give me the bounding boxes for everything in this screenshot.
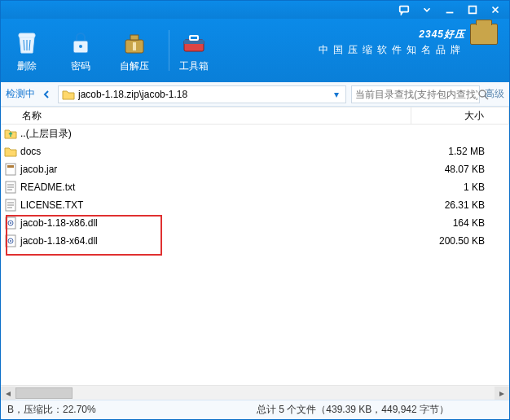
brand-box-icon xyxy=(470,24,498,45)
password-label: 密码 xyxy=(71,59,90,73)
column-header: 名称 大小 xyxy=(1,107,509,125)
svg-rect-13 xyxy=(7,165,14,168)
path-text: jacob-1.18.zip\jacob-1.18 xyxy=(78,89,328,100)
dll-icon xyxy=(4,217,17,230)
nav-back-button[interactable] xyxy=(40,88,53,101)
svg-rect-2 xyxy=(19,33,35,37)
path-dropdown-icon[interactable]: ▾ xyxy=(331,89,342,100)
svg-point-4 xyxy=(79,45,82,48)
brand-slogan: 中国压缩软件知名品牌 xyxy=(319,43,465,57)
file-size: 164 KB xyxy=(411,217,509,229)
file-row[interactable]: jacob.jar48.07 KB xyxy=(1,160,509,178)
svg-point-18 xyxy=(10,222,11,224)
folder-icon xyxy=(62,89,75,100)
toolbox-label: 工具箱 xyxy=(179,59,209,73)
col-size[interactable]: 大小 xyxy=(411,107,509,124)
file-size: 1.52 MB xyxy=(411,146,509,157)
file-size: 48.07 KB xyxy=(411,164,509,175)
brand-area: 2345好压 中国压缩软件知名品牌 xyxy=(319,24,498,57)
jar-icon xyxy=(4,163,17,176)
status-mid: 总计 5 个文件（439.39 KB，449,942 字节） xyxy=(203,403,503,417)
brand-name: 2345好压 xyxy=(419,28,465,42)
file-name: jacob-1.18-x64.dll xyxy=(20,235,411,247)
svg-rect-10 xyxy=(190,36,198,40)
file-name: README.txt xyxy=(20,182,411,193)
maximize-button[interactable] xyxy=(462,2,483,17)
file-name: jacob-1.18-x86.dll xyxy=(20,217,411,229)
close-button[interactable] xyxy=(485,2,506,17)
file-row[interactable]: jacob-1.18-x64.dll200.50 KB xyxy=(1,232,509,250)
file-list: ..(上层目录)docs1.52 MBjacob.jar48.07 KBREAD… xyxy=(1,125,509,385)
svg-rect-0 xyxy=(400,7,409,12)
pathbar: 检测中 jacob-1.18.zip\jacob-1.18 ▾ 高级 xyxy=(1,82,509,107)
scroll-left-button[interactable]: ◂ xyxy=(1,387,15,400)
file-row[interactable]: ..(上层目录) xyxy=(1,125,509,142)
scroll-right-button[interactable]: ▸ xyxy=(495,387,509,400)
selfextract-label: 自解压 xyxy=(120,59,149,73)
dropdown-button[interactable] xyxy=(416,2,437,17)
file-row[interactable]: jacob-1.18-x86.dll164 KB xyxy=(1,214,509,232)
search-input[interactable] xyxy=(355,89,477,100)
file-row[interactable]: LICENSE.TXT26.31 KB xyxy=(1,196,509,214)
file-name: docs xyxy=(20,146,411,157)
statusbar: B，压缩比：22.70% 总计 5 个文件（439.39 KB，449,942 … xyxy=(1,400,509,419)
search-box[interactable] xyxy=(351,85,480,103)
scroll-thumb[interactable] xyxy=(15,387,73,399)
txt-icon xyxy=(4,181,17,194)
file-size: 26.31 KB xyxy=(411,199,509,211)
feedback-button[interactable] xyxy=(393,2,415,17)
lock-icon xyxy=(67,28,95,56)
titlebar xyxy=(1,1,509,19)
scroll-track[interactable] xyxy=(15,387,495,400)
file-row[interactable]: README.txt1 KB xyxy=(1,178,509,196)
trash-icon xyxy=(13,28,41,56)
selfextract-icon xyxy=(121,28,148,56)
svg-rect-7 xyxy=(133,42,136,50)
up-icon xyxy=(4,127,17,140)
file-name: jacob.jar xyxy=(20,164,411,175)
folder-icon xyxy=(4,145,17,158)
svg-rect-1 xyxy=(469,7,477,14)
status-left: B，压缩比：22.70% xyxy=(7,403,203,417)
delete-label: 删除 xyxy=(17,59,37,73)
file-name: LICENSE.TXT xyxy=(20,199,411,211)
advanced-link[interactable]: 高级 xyxy=(485,87,504,101)
minimize-button[interactable] xyxy=(439,2,460,17)
toolbar: 删除 密码 自解压 工具箱 2345好压 中国压缩软件知名品牌 xyxy=(1,19,509,82)
path-input[interactable]: jacob-1.18.zip\jacob-1.18 ▾ xyxy=(58,85,346,103)
file-row[interactable]: docs1.52 MB xyxy=(1,142,509,160)
svg-rect-6 xyxy=(130,35,138,40)
password-button[interactable]: 密码 xyxy=(61,28,100,73)
selfextract-button[interactable]: 自解压 xyxy=(115,28,154,73)
file-size: 1 KB xyxy=(411,182,509,193)
col-name[interactable]: 名称 xyxy=(1,107,411,124)
toolbox-icon xyxy=(180,28,208,56)
file-name: ..(上层目录) xyxy=(20,127,411,141)
dll-icon xyxy=(4,234,17,247)
svg-point-21 xyxy=(10,240,11,242)
h-scrollbar[interactable]: ◂ ▸ xyxy=(1,385,509,400)
delete-button[interactable]: 删除 xyxy=(7,28,46,73)
toolbar-separator xyxy=(169,30,169,71)
scan-status: 检测中 xyxy=(6,87,35,101)
txt-icon xyxy=(4,199,17,212)
toolbox-button[interactable]: 工具箱 xyxy=(174,28,213,73)
file-size: 200.50 KB xyxy=(411,235,509,247)
